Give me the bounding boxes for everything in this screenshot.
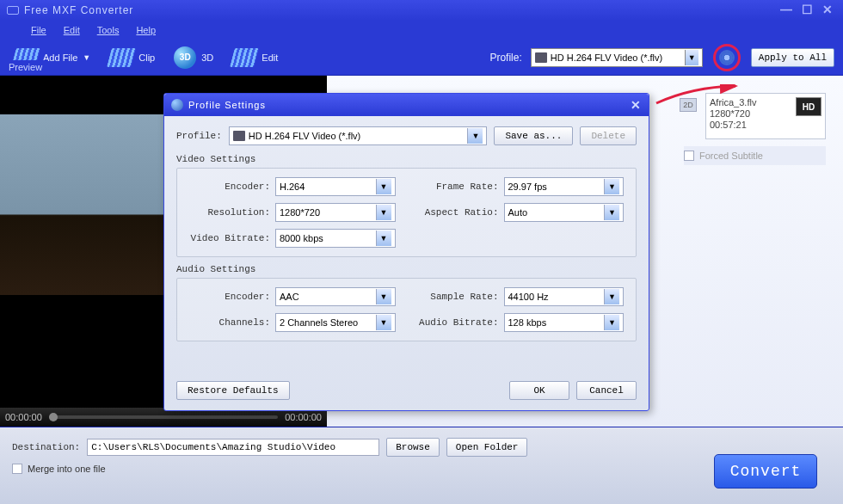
- hd-badge: HD: [796, 97, 821, 116]
- file-resolution: 1280*720: [710, 108, 792, 120]
- forced-subtitle-label: Forced Subtitle: [699, 151, 763, 161]
- toolbar: Add File ▼ Clip 3D 3D Edit Profile: HD H…: [0, 40, 843, 76]
- cancel-button[interactable]: Cancel: [576, 381, 637, 400]
- maximize-button[interactable]: ☐: [798, 3, 815, 17]
- a-encoder-label: Encoder:: [189, 292, 270, 302]
- apply-to-all-button[interactable]: Apply to All: [751, 48, 834, 67]
- v-bitrate-select[interactable]: 8000 kbps▼: [275, 229, 396, 248]
- file-duration: 00:57:21: [710, 120, 792, 131]
- file-info: Africa_3.flv 1280*720 00:57:21: [710, 97, 792, 135]
- chevron-down-icon[interactable]: ▼: [604, 289, 619, 304]
- menu-edit[interactable]: Edit: [64, 24, 80, 36]
- chevron-down-icon[interactable]: ▼: [467, 128, 483, 144]
- merge-label: Merge into one file: [28, 464, 106, 474]
- v-encoder-select[interactable]: H.264▼: [275, 177, 396, 196]
- forced-subtitle-row: Forced Subtitle: [684, 146, 826, 165]
- time-total: 00:00:00: [285, 412, 322, 422]
- clip-icon: [107, 48, 136, 67]
- preview-label: Preview: [3, 60, 47, 74]
- browse-button[interactable]: Browse: [386, 438, 440, 457]
- a-samplerate-select[interactable]: 44100 Hz▼: [504, 287, 625, 306]
- chevron-down-icon[interactable]: ▼: [604, 205, 619, 220]
- destination-bar: Destination: Browse Open Folder Merge in…: [0, 427, 843, 504]
- v-encoder-label: Encoder:: [189, 181, 270, 192]
- v-framerate-select[interactable]: 29.97 fps▼: [504, 177, 625, 196]
- video-settings-label: Video Settings: [176, 154, 637, 164]
- v-aspect-label: Aspect Ratio:: [418, 207, 499, 218]
- profile-select-modal[interactable]: HD H.264 FLV Video (*.flv) ▼: [229, 126, 488, 145]
- v-aspect-select[interactable]: Auto▼: [504, 203, 625, 222]
- chevron-down-icon: ▼: [83, 53, 90, 62]
- menu-file[interactable]: File: [31, 24, 46, 36]
- file-name: Africa_3.flv: [710, 97, 792, 108]
- edit-label: Edit: [262, 52, 278, 63]
- chevron-down-icon[interactable]: ▼: [376, 179, 391, 194]
- dialog-icon: [171, 99, 183, 111]
- chevron-down-icon[interactable]: ▼: [376, 230, 391, 246]
- profile-settings-dialog: Profile Settings ✕ Profile: HD H.264 FLV…: [163, 93, 649, 411]
- delete-button[interactable]: Delete: [580, 126, 637, 145]
- convert-button[interactable]: Convert: [714, 454, 817, 489]
- minimize-button[interactable]: —: [778, 3, 795, 17]
- orb-3d-icon: 3D: [174, 46, 196, 69]
- dialog-titlebar[interactable]: Profile Settings ✕: [164, 94, 649, 116]
- file-card[interactable]: Africa_3.flv 1280*720 00:57:21 HD: [705, 93, 826, 139]
- profile-value-modal: HD H.264 FLV Video (*.flv): [249, 131, 360, 141]
- restore-defaults-button[interactable]: Restore Defaults: [176, 381, 290, 400]
- chevron-down-icon[interactable]: ▼: [604, 179, 619, 194]
- v-resolution-label: Resolution:: [189, 207, 270, 218]
- a-channels-select[interactable]: 2 Channels Stereo▼: [275, 313, 396, 332]
- seek-thumb[interactable]: [49, 413, 58, 421]
- app-icon: [7, 6, 19, 15]
- close-window-button[interactable]: ✕: [819, 3, 836, 17]
- dialog-footer: Restore Defaults OK Cancel: [176, 381, 637, 400]
- destination-input[interactable]: [87, 439, 379, 456]
- audio-settings-group: Encoder:AAC▼ Channels:2 Channels Stereo▼…: [176, 278, 637, 341]
- flv-icon: [535, 52, 547, 63]
- add-file-label: Add File: [43, 52, 77, 63]
- profile-label: Profile:: [176, 131, 222, 141]
- menu-help[interactable]: Help: [136, 24, 156, 36]
- forced-subtitle-checkbox[interactable]: [684, 151, 694, 161]
- v-bitrate-label: Video Bitrate:: [189, 233, 270, 243]
- profile-select[interactable]: HD H.264 FLV Video (*.flv) ▼: [531, 48, 703, 67]
- dialog-close-button[interactable]: ✕: [631, 98, 642, 112]
- gear-icon: [721, 52, 733, 64]
- menu-tools[interactable]: Tools: [97, 24, 120, 36]
- badge-2d[interactable]: 2D: [680, 98, 697, 112]
- a-encoder-select[interactable]: AAC▼: [275, 287, 396, 306]
- clip-button[interactable]: Clip: [104, 46, 160, 70]
- a-bitrate-select[interactable]: 128 kbps▼: [504, 313, 625, 332]
- video-settings-group: Encoder:H.264▼ Resolution:1280*720▼ Vide…: [176, 168, 637, 257]
- profile-label: Profile:: [489, 52, 521, 64]
- chevron-down-icon[interactable]: ▼: [685, 50, 698, 65]
- v-framerate-label: Frame Rate:: [418, 181, 499, 192]
- a-bitrate-label: Audio Bitrate:: [418, 317, 499, 328]
- app-title: Free MXF Converter: [24, 4, 778, 16]
- clip-label: Clip: [138, 52, 155, 63]
- audio-settings-label: Audio Settings: [176, 264, 637, 274]
- chevron-down-icon[interactable]: ▼: [604, 315, 619, 330]
- flv-icon: [233, 131, 245, 141]
- save-as-button[interactable]: Save as...: [494, 126, 573, 145]
- profile-value: HD H.264 FLV Video (*.flv): [551, 52, 662, 63]
- chevron-down-icon[interactable]: ▼: [376, 315, 391, 330]
- open-folder-button[interactable]: Open Folder: [446, 438, 528, 457]
- 3d-label: 3D: [201, 52, 213, 63]
- titlebar: Free MXF Converter — ☐ ✕: [0, 0, 843, 21]
- v-resolution-select[interactable]: 1280*720▼: [275, 203, 396, 222]
- a-samplerate-label: Sample Rate:: [418, 292, 499, 302]
- edit-button[interactable]: Edit: [227, 46, 283, 70]
- chevron-down-icon[interactable]: ▼: [376, 289, 391, 304]
- chevron-down-icon[interactable]: ▼: [376, 205, 391, 220]
- dialog-title: Profile Settings: [188, 100, 266, 110]
- a-channels-label: Channels:: [189, 317, 270, 328]
- profile-settings-button[interactable]: [713, 44, 741, 71]
- edit-icon: [230, 48, 259, 67]
- merge-checkbox[interactable]: [12, 464, 22, 474]
- destination-label: Destination:: [12, 442, 80, 452]
- time-current: 00:00:00: [5, 412, 42, 422]
- ok-button[interactable]: OK: [509, 381, 569, 400]
- 3d-button[interactable]: 3D 3D: [169, 44, 218, 71]
- seek-slider[interactable]: [49, 415, 278, 419]
